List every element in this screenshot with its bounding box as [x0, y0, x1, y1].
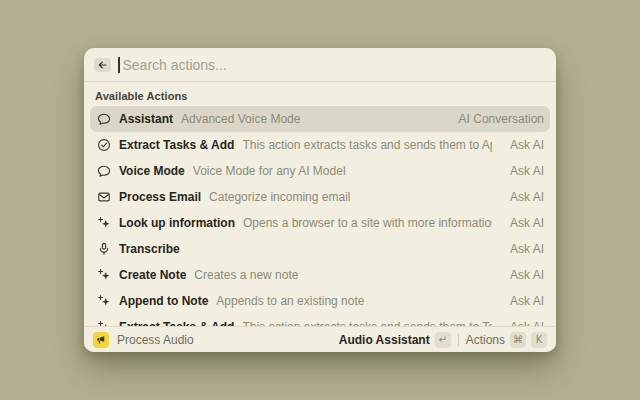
sparkles-icon [96, 268, 111, 283]
footer: Process Audio Audio Assistant ↵ Actions … [84, 326, 556, 352]
action-accessory: Ask AI [500, 242, 544, 256]
sparkles-icon [96, 294, 111, 309]
megaphone-icon [93, 332, 109, 348]
check-circle-icon [96, 138, 111, 153]
microphone-icon [96, 242, 111, 257]
list-item[interactable]: Append to Note Appends to an existing no… [90, 288, 550, 314]
return-key: ↵ [435, 332, 451, 348]
chat-bubble-icon [96, 164, 111, 179]
footer-actions: Audio Assistant ↵ Actions ⌘ K [339, 332, 547, 348]
action-subtitle: Creates a new note [194, 268, 298, 282]
actions-menu-label: Actions [466, 333, 505, 347]
action-title: Process Email [119, 190, 201, 204]
back-arrow-icon [97, 60, 108, 70]
action-subtitle: Appends to an existing note [216, 294, 364, 308]
action-title: Append to Note [119, 294, 208, 308]
sparkles-icon [96, 216, 111, 231]
action-title: Assistant [119, 112, 173, 126]
action-subtitle: Opens a browser to a site with more info… [243, 216, 492, 230]
chat-bubble-icon [96, 112, 111, 127]
action-accessory: Ask AI [500, 268, 544, 282]
action-title: Create Note [119, 268, 186, 282]
actions-list: Assistant Advanced Voice Mode AI Convers… [84, 106, 556, 326]
list-item[interactable]: Assistant Advanced Voice Mode AI Convers… [90, 106, 550, 132]
actions-menu-button[interactable]: Actions ⌘ K [466, 332, 547, 348]
section-header: Available Actions [84, 82, 556, 106]
action-accessory: Ask AI [500, 294, 544, 308]
action-accessory: Ask AI [500, 164, 544, 178]
list-item[interactable]: Extract Tasks & Add This action extracts… [90, 132, 550, 158]
list-item[interactable]: Voice Mode Voice Mode for any AI Model A… [90, 158, 550, 184]
action-title: Transcribe [119, 242, 180, 256]
command-key: ⌘ [510, 332, 526, 348]
action-title: Extract Tasks & Add [119, 138, 234, 152]
action-accessory: Ask AI [500, 216, 544, 230]
action-subtitle: Advanced Voice Mode [181, 112, 300, 126]
action-accessory: Ask AI [500, 190, 544, 204]
back-button[interactable] [94, 58, 111, 72]
action-subtitle: This action extracts tasks and sends the… [242, 138, 492, 152]
primary-action-label: Audio Assistant [339, 333, 430, 347]
list-item[interactable]: Transcribe Ask AI [90, 236, 550, 262]
list-item[interactable]: Look up information Opens a browser to a… [90, 210, 550, 236]
list-item[interactable]: Process Email Categorize incoming email … [90, 184, 550, 210]
primary-action-button[interactable]: Audio Assistant ↵ [339, 332, 451, 348]
envelope-icon [96, 190, 111, 205]
search-bar [84, 48, 556, 82]
search-input[interactable] [118, 48, 546, 81]
extension-name: Process Audio [117, 333, 194, 347]
search-text-input[interactable] [120, 48, 547, 81]
action-accessory: Ask AI [500, 138, 544, 152]
list-item[interactable]: Extract Tasks & Add This action extracts… [90, 314, 550, 326]
action-subtitle: Voice Mode for any AI Model [193, 164, 346, 178]
footer-divider [458, 334, 459, 346]
k-key: K [531, 332, 547, 348]
command-palette-window: Available Actions Assistant Advanced Voi… [84, 48, 556, 352]
action-accessory: AI Conversation [449, 112, 544, 126]
action-title: Look up information [119, 216, 235, 230]
action-subtitle: Categorize incoming email [209, 190, 350, 204]
action-title: Voice Mode [119, 164, 185, 178]
list-item[interactable]: Create Note Creates a new note Ask AI [90, 262, 550, 288]
